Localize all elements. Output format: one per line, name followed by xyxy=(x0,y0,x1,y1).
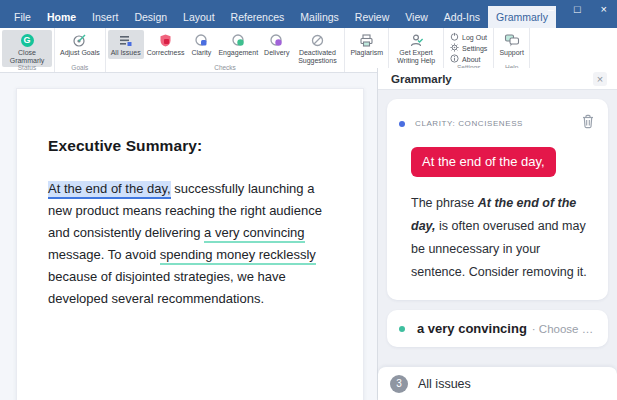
doc-line-2: new product means reaching the right aud… xyxy=(48,200,333,222)
suggestion-category: CLARITY: CONCISENESS xyxy=(415,119,580,128)
about-button[interactable]: About xyxy=(450,54,487,64)
ribbon: G Close Grammarly Status Adjust Goals Go… xyxy=(0,28,617,73)
minimize-button[interactable]: – xyxy=(548,2,554,16)
ribbon-group-goals: Adjust Goals Goals xyxy=(55,28,106,72)
grammarly-panel-body: CLARITY: CONCISENESS At the end of the d… xyxy=(378,90,617,366)
menu-item-insert[interactable]: Insert xyxy=(84,6,126,28)
plagiarism-button[interactable]: Plagiarism xyxy=(347,30,386,59)
all-issues-label: All Issues xyxy=(111,49,141,57)
ribbon-group-plagiarism: Plagiarism xyxy=(345,28,389,72)
menu-item-view[interactable]: View xyxy=(397,6,436,28)
person-check-icon xyxy=(409,32,424,48)
chat-bubbles-icon xyxy=(504,32,520,48)
shield-icon xyxy=(158,32,173,48)
circle-purple-icon xyxy=(269,32,284,48)
menu-item-home[interactable]: Home xyxy=(39,6,84,28)
log-out-button[interactable]: Log Out xyxy=(450,32,487,42)
adjust-goals-label: Adjust Goals xyxy=(60,49,100,57)
doc-line-1: At the end of the day, successfully laun… xyxy=(48,178,333,200)
next-suggestion-phrase: a very convincing xyxy=(417,321,527,336)
plagiarism-label: Plagiarism xyxy=(350,49,383,57)
close-button[interactable]: × xyxy=(601,2,607,16)
window-titlebar: File Home Insert Design Layout Reference… xyxy=(0,0,617,28)
ribbon-group-expert: Get Expert Writing Help xyxy=(389,28,444,72)
menu-item-review[interactable]: Review xyxy=(347,6,397,28)
circle-green-icon xyxy=(231,32,246,48)
gear-icon xyxy=(450,43,459,53)
document-area: Executive Summary: At the end of the day… xyxy=(0,73,377,400)
delivery-label: Delivery xyxy=(264,49,289,57)
menu-item-addins[interactable]: Add-Ins xyxy=(436,6,488,28)
menu-item-mailings[interactable]: Mailings xyxy=(292,6,347,28)
document-heading: Executive Summary: xyxy=(48,137,333,155)
all-issues-button[interactable]: All Issues xyxy=(108,30,144,59)
menu-item-file[interactable]: File xyxy=(6,6,39,28)
doc-line-4: message. To avoid spending money reckles… xyxy=(48,244,333,266)
close-grammarly-label: Close Grammarly xyxy=(5,49,49,65)
power-icon xyxy=(450,32,459,42)
highlighted-phrase[interactable]: At the end of the day, xyxy=(48,181,171,199)
doc-line-5: because of disjointed strategies, we hav… xyxy=(48,266,333,288)
deactivated-suggestions-button[interactable]: Deactivated Suggestions xyxy=(292,30,342,67)
next-suggestion-card[interactable]: a very convincing · Choose a diff... xyxy=(387,310,608,347)
engagement-dot-icon xyxy=(399,326,405,332)
correctness-button[interactable]: Correctness xyxy=(144,30,188,59)
remove-phrase-button[interactable]: At the end of the day, xyxy=(411,147,556,177)
get-expert-writing-help-label: Get Expert Writing Help xyxy=(394,49,438,65)
grammarly-panel-header: Grammarly × xyxy=(378,68,617,90)
engagement-label: Engagement xyxy=(218,49,258,57)
menu-item-design[interactable]: Design xyxy=(126,6,175,28)
support-button[interactable]: Support xyxy=(496,30,527,59)
printer-icon xyxy=(359,32,374,48)
support-label: Support xyxy=(499,49,524,57)
issue-count-badge: 3 xyxy=(390,375,408,393)
correctness-label: Correctness xyxy=(147,49,185,57)
clarity-label: Clarity xyxy=(191,49,211,57)
log-out-label: Log Out xyxy=(462,34,487,41)
document-paragraph: At the end of the day, successfully laun… xyxy=(48,178,333,310)
deactivated-suggestions-label: Deactivated Suggestions xyxy=(295,49,339,65)
doc-line-3: and consistently delivering a very convi… xyxy=(48,222,333,244)
settings-button[interactable]: Settings xyxy=(450,43,487,53)
info-icon xyxy=(450,54,459,64)
circle-blue-icon xyxy=(194,32,209,48)
ribbon-group-help: Support Help xyxy=(494,28,530,72)
grammarly-logo-icon: G xyxy=(21,32,34,48)
menu-item-references[interactable]: References xyxy=(223,6,293,28)
document-page[interactable]: Executive Summary: At the end of the day… xyxy=(16,88,364,400)
crossed-circle-icon xyxy=(310,32,325,48)
underlined-phrase-recklessly[interactable]: spending money recklessly xyxy=(160,247,316,265)
menu-item-grammarly-active-tab[interactable]: Grammarly xyxy=(488,6,556,28)
maximize-button[interactable]: □ xyxy=(574,2,581,16)
underlined-phrase-convincing[interactable]: a very convincing xyxy=(204,225,304,243)
menubar: File Home Insert Design Layout Reference… xyxy=(6,6,556,28)
clarity-button[interactable]: Clarity xyxy=(187,30,215,59)
close-grammarly-button[interactable]: G Close Grammarly xyxy=(2,30,52,67)
about-label: About xyxy=(462,56,480,63)
suggestion-card: CLARITY: CONCISENESS At the end of the d… xyxy=(387,99,608,300)
all-issues-bar[interactable]: 3 All issues xyxy=(378,366,617,400)
ribbon-group-status-label: Status xyxy=(0,64,54,71)
grammarly-panel-title: Grammarly xyxy=(391,73,452,85)
ribbon-group-checks: All Issues Correctness Clarity Engagemen… xyxy=(106,28,346,72)
clarity-dot-icon xyxy=(399,121,405,127)
target-icon xyxy=(72,32,87,48)
menu-item-layout[interactable]: Layout xyxy=(175,6,223,28)
panel-close-button[interactable]: × xyxy=(593,72,607,86)
get-expert-writing-help-button[interactable]: Get Expert Writing Help xyxy=(391,30,441,67)
adjust-goals-button[interactable]: Adjust Goals xyxy=(57,30,103,59)
ribbon-group-settings: Log Out Settings About Settings xyxy=(444,28,494,72)
ribbon-group-status: G Close Grammarly Status xyxy=(0,28,55,72)
window-controls: – □ × xyxy=(548,2,607,16)
list-icon xyxy=(118,32,133,48)
ribbon-group-goals-label: Goals xyxy=(55,64,105,71)
delivery-button[interactable]: Delivery xyxy=(261,30,292,59)
ribbon-group-checks-label: Checks xyxy=(106,64,345,71)
settings-label: Settings xyxy=(462,45,487,52)
suggestion-explanation: The phrase At the end of the day, is oft… xyxy=(411,192,587,284)
doc-line-6: developed several recommendations. xyxy=(48,288,333,310)
all-issues-label: All issues xyxy=(418,377,471,391)
trash-icon[interactable] xyxy=(580,113,596,134)
engagement-button[interactable]: Engagement xyxy=(215,30,261,59)
grammarly-panel: Grammarly × CLARITY: CONCISENESS At the … xyxy=(377,68,617,400)
